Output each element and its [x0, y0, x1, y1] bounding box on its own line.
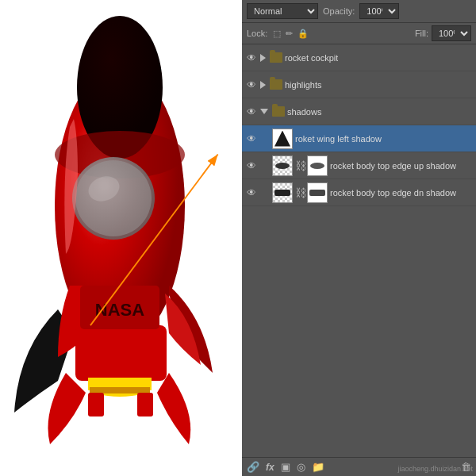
- visibility-toggle[interactable]: 👁: [245, 159, 258, 172]
- expand-arrow[interactable]: [260, 81, 266, 89]
- layer-name: rocket body top edge dn shadow: [330, 188, 456, 198]
- svg-rect-13: [137, 393, 153, 416]
- canvas-area: NASA: [0, 0, 242, 476]
- svg-rect-12: [88, 393, 104, 416]
- rocket-svg: NASA: [10, 16, 232, 460]
- visibility-toggle[interactable]: 👁: [245, 132, 258, 145]
- mask-icon[interactable]: ◎: [297, 461, 305, 473]
- visibility-toggle[interactable]: 👁: [245, 52, 258, 64]
- watermark: jiaocheng.dhuizidan.net: [397, 465, 473, 473]
- opacity-select[interactable]: 100%: [359, 3, 399, 19]
- expand-arrow[interactable]: [260, 54, 266, 62]
- layer-thumbnail: [272, 155, 293, 176]
- svg-point-4: [75, 160, 152, 236]
- layer-shadows[interactable]: 👁 shadows: [242, 98, 476, 125]
- fill-select[interactable]: 100%: [432, 25, 471, 41]
- blend-bar: Normal Opacity: 100%: [242, 0, 476, 23]
- svg-rect-11: [90, 387, 150, 393]
- lock-all-icon[interactable]: 🔒: [298, 29, 309, 39]
- mask-thumbnail: [307, 155, 328, 176]
- layer-name: rocket cockpit: [285, 53, 338, 63]
- layer-highlights[interactable]: 👁 highlights: [242, 71, 476, 98]
- lock-position-icon[interactable]: ✏: [286, 29, 293, 39]
- layer-roket-wing-left-shadow[interactable]: 👁 roket wing left shadow: [242, 125, 476, 152]
- rocket-container: NASA: [10, 16, 232, 460]
- layer-rocket-body-top-dn[interactable]: 👁 ⛓ rocket body top edge dn shadow: [242, 179, 476, 206]
- layer-name: roket wing left shadow: [295, 134, 382, 144]
- layer-rocket-cockpit[interactable]: 👁 rocket cockpit: [242, 44, 476, 71]
- link-icon[interactable]: 🔗: [247, 461, 259, 473]
- svg-rect-6: [75, 325, 167, 381]
- lock-bar: Lock: ⬚ ✏ 🔒 Fill: 100%: [242, 23, 476, 44]
- svg-text:NASA: NASA: [94, 300, 144, 320]
- layer-name: rocket body top edge up shadow: [330, 161, 456, 171]
- folder-icon: [270, 79, 282, 90]
- layer-thumbnail: [272, 129, 293, 149]
- fx-icon[interactable]: fx: [266, 462, 274, 473]
- mask-thumbnail: [307, 182, 328, 203]
- adjustment-icon[interactable]: ▣: [281, 461, 290, 473]
- folder-icon: [272, 106, 285, 117]
- visibility-toggle[interactable]: 👁: [245, 79, 258, 91]
- lock-label: Lock:: [247, 29, 267, 38]
- layers-list[interactable]: 👁 rocket cockpit 👁 highlights 👁 shadows …: [242, 44, 476, 457]
- layer-thumbnail: [272, 182, 293, 203]
- expand-arrow[interactable]: [260, 109, 268, 114]
- layer-name: shadows: [287, 107, 321, 117]
- visibility-toggle[interactable]: 👁: [245, 106, 258, 118]
- layer-name: highlights: [285, 80, 321, 90]
- chain-icon: ⛓: [295, 159, 303, 172]
- layer-rocket-body-top-up[interactable]: 👁 ⛓ rocket body top edge up shadow: [242, 152, 476, 179]
- group-icon[interactable]: 📁: [312, 461, 324, 473]
- chain-icon: ⛓: [295, 186, 303, 199]
- fill-label: Fill:: [415, 29, 428, 38]
- opacity-label: Opacity:: [323, 6, 355, 16]
- lock-pixel-icon[interactable]: ⬚: [273, 29, 281, 39]
- folder-icon: [270, 52, 282, 63]
- visibility-toggle[interactable]: 👁: [245, 186, 258, 199]
- blend-mode-select[interactable]: Normal: [247, 3, 318, 19]
- panels-area: Normal Opacity: 100% Lock: ⬚ ✏ 🔒 Fill: 1…: [242, 0, 476, 476]
